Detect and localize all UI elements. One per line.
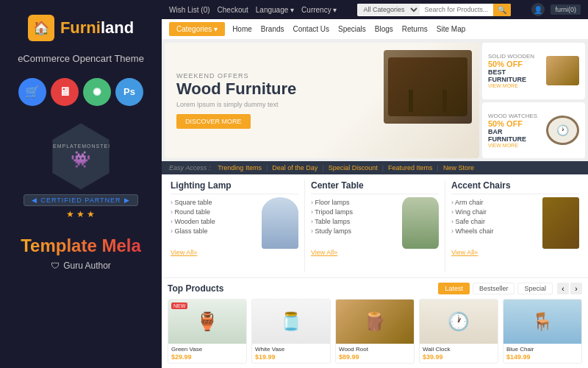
product-card[interactable]: 🪑 Blue Chair $149.99: [503, 299, 582, 364]
product-nav: ‹ ›: [557, 283, 582, 294]
lighting-view-all[interactable]: View All»: [171, 249, 298, 256]
top-products-section: Top Products Latest Bestseller Special ‹…: [162, 277, 588, 368]
category-chairs-title: Accent Chairs: [451, 180, 579, 194]
photoshop-icon: Ps: [115, 78, 143, 106]
badge-area: TemplateMonster 👾 ◀ certified PaRTNER ▶ …: [24, 124, 137, 227]
nav-bar: Categories ▾ Home Brands Contact Us Spec…: [162, 19, 588, 40]
right-panel: Wish List (0) Checkout Language ▾ Curren…: [162, 0, 588, 368]
easy-special[interactable]: Special Discount: [329, 164, 378, 171]
hero-card-2-sub: WOOD WATCHES: [488, 113, 542, 119]
search-button[interactable]: 🔍: [493, 4, 511, 16]
nav-home[interactable]: Home: [232, 25, 252, 33]
hero-card-1-sub: SOLID WOODEN: [488, 53, 542, 60]
checkout-link[interactable]: Checkout: [218, 6, 248, 14]
category-select[interactable]: All Categories: [357, 4, 420, 15]
product-card[interactable]: 🫙 White Vase $19.99: [251, 299, 331, 364]
next-button[interactable]: ›: [570, 283, 582, 294]
stars-row: ★ ★ ★: [66, 209, 95, 219]
hero-card-2-img: 🕐: [546, 116, 579, 145]
lighting-image: [262, 197, 298, 249]
easy-trending[interactable]: Trending Items: [218, 164, 262, 171]
product-badge-1: NEW: [171, 302, 187, 309]
top-bar: Wish List (0) Checkout Language ▾ Curren…: [162, 0, 588, 19]
star-3: ★: [87, 209, 95, 219]
nav-specials[interactable]: Specials: [338, 25, 366, 33]
hero-card-1-pct: 50% OFF: [488, 60, 542, 68]
product-name-3: Wood Root: [336, 344, 414, 353]
nav-sitemap[interactable]: Site Map: [437, 25, 465, 33]
author-text: Guru Author: [63, 261, 111, 271]
topbar-right: 👤 furni(0): [531, 3, 581, 16]
product-name-4: Wall Clock: [420, 344, 498, 353]
account-button[interactable]: furni(0): [551, 4, 581, 15]
products-header: Top Products Latest Bestseller Special ‹…: [168, 283, 582, 294]
brand-name: Template Mela: [21, 236, 141, 256]
hero-card-2-view[interactable]: VIEW MORE: [488, 143, 542, 148]
nav-contact[interactable]: Contact Us: [293, 25, 329, 33]
hero-card-1-view[interactable]: VIEW MORE: [488, 83, 542, 88]
hero-card-2: WOOD WATCHES 50% OFF BAR FURNITURE VIEW …: [482, 102, 585, 159]
nav-links: Home Brands Contact Us Specials Blogs Re…: [232, 25, 465, 33]
product-price-4: $39.99: [420, 353, 498, 363]
template-monster-label: TemplateMonster: [49, 144, 112, 149]
center-table-view-all[interactable]: View All»: [311, 249, 439, 256]
nav-returns[interactable]: Returns: [402, 25, 428, 33]
prev-button[interactable]: ‹: [557, 283, 569, 294]
tab-bestseller[interactable]: Bestseller: [473, 283, 515, 294]
monster-icon: 👾: [71, 150, 90, 169]
hexagon-badge: TemplateMonster 👾: [48, 124, 114, 190]
product-image-3: 🪵: [336, 300, 414, 344]
hero-right: SOLID WOODEN 50% OFF BEST FURNITURE VIEW…: [482, 43, 585, 158]
currency-dropdown[interactable]: Currency ▾: [301, 6, 337, 14]
nav-blogs[interactable]: Blogs: [375, 25, 393, 33]
products-grid: 🏺 NEW Green Vase $29.99 🫙 White Vase $19…: [168, 299, 582, 364]
categories-button[interactable]: Categories ▾: [169, 22, 225, 36]
hero-card-1: SOLID WOODEN 50% OFF BEST FURNITURE VIEW…: [482, 43, 585, 99]
tab-special[interactable]: Special: [517, 283, 553, 294]
hero-section: WEEKEND OFFERS Wood Furniture Lorem Ipsu…: [162, 40, 588, 161]
product-image-4: 🕐: [420, 300, 498, 344]
product-price-3: $89.99: [336, 353, 414, 363]
certified-text: certified PaRTNER: [40, 197, 121, 204]
product-image-5: 🪑: [503, 300, 581, 344]
product-card[interactable]: 🏺 NEW Green Vase $29.99: [168, 299, 247, 364]
shield-icon: 🛡: [51, 261, 60, 271]
easy-access-bar: Easy Access : Trending Items | Deal of t…: [162, 161, 588, 174]
hero-furniture-image: [384, 50, 472, 124]
multicolor-icon: ✺: [83, 78, 111, 106]
responsive-icon: 🖥: [51, 78, 79, 106]
category-accent-chairs: Accent Chairs Arm chair Wing chair Safe …: [445, 180, 585, 272]
category-lighting: Lighting Lamp Square table Round table W…: [165, 180, 305, 272]
hero-card-1-img: [546, 56, 579, 85]
hero-card-2-label: BAR FURNITURE: [488, 128, 542, 143]
product-price-5: $149.99: [503, 353, 581, 363]
nav-brands[interactable]: Brands: [261, 25, 284, 33]
search-input[interactable]: [420, 4, 493, 15]
products-title: Top Products: [168, 283, 223, 294]
product-price-2: $19.99: [252, 353, 330, 363]
discover-button[interactable]: DISCOVER MORE: [176, 114, 251, 129]
certified-bar: ◀ certified PaRTNER ▶: [24, 194, 137, 206]
user-icon[interactable]: 👤: [531, 3, 545, 16]
easy-access-label: Easy Access :: [169, 164, 210, 171]
product-name-2: White Vase: [252, 344, 330, 353]
easy-deal[interactable]: Deal of the Day: [272, 164, 318, 171]
logo-text: Furniland: [60, 18, 134, 38]
easy-new[interactable]: New Store: [443, 164, 474, 171]
topbar-left: Wish List (0) Checkout Language ▾ Curren…: [169, 6, 337, 14]
left-panel: 🏠 Furniland eCommerce Opencart Theme 🛒 🖥…: [0, 0, 162, 368]
chairs-view-all[interactable]: View All»: [451, 249, 579, 256]
platform-icons: 🛒 🖥 ✺ Ps: [18, 78, 143, 106]
easy-featured[interactable]: Featured Items: [388, 164, 433, 171]
category-center-title: Center Table: [311, 180, 439, 194]
center-table-image: [402, 197, 439, 249]
certified-arrow-right: ▶: [124, 197, 130, 204]
wishlist-link[interactable]: Wish List (0): [169, 6, 210, 14]
tab-latest[interactable]: Latest: [438, 283, 470, 294]
product-card[interactable]: 🕐 Wall Clock $39.99: [419, 299, 498, 364]
author-label: 🛡 Guru Author: [51, 261, 111, 271]
star-1: ★: [66, 209, 74, 219]
category-center-table: Center Table Floor lamps Tripod lamps Ta…: [305, 180, 445, 272]
language-dropdown[interactable]: Language ▾: [256, 6, 294, 14]
product-card[interactable]: 🪵 Wood Root $89.99: [335, 299, 415, 364]
